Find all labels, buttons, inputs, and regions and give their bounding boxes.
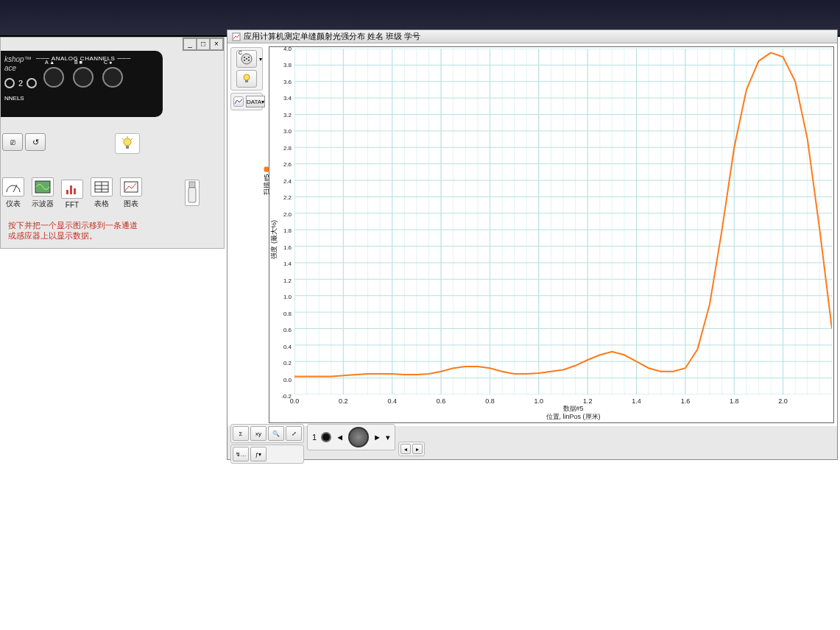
- table-icon: [91, 177, 113, 197]
- y-tick-label: 0.8: [283, 310, 292, 316]
- window-controls: _ □ ×: [183, 38, 224, 51]
- y-tick-label: 3.6: [283, 78, 292, 85]
- data-dropdown[interactable]: DATA▾: [246, 96, 265, 107]
- xy-cursor-button[interactable]: xy: [250, 426, 267, 441]
- port-b[interactable]: B ■: [73, 67, 93, 88]
- mid-toolbar: ⎚ ↺: [2, 133, 46, 151]
- interface-hardware: kshop™ ace ─── ANALOG CHANNELS ─── A ▲ B…: [1, 51, 163, 117]
- svg-rect-25: [245, 80, 248, 82]
- svg-rect-15: [189, 182, 195, 188]
- graph-left-toolbox: C ▾ DATA▾: [230, 47, 263, 110]
- mini-graph-button[interactable]: [233, 96, 244, 107]
- nav-channel-number: 1: [312, 433, 317, 442]
- nav-dropdown-icon[interactable]: ▾: [386, 433, 390, 442]
- scroll-left-button[interactable]: ◂: [400, 444, 411, 454]
- x-tick-label: 0.8: [485, 397, 495, 405]
- brand-sub-label: ace: [4, 64, 16, 72]
- light-sensor-icon[interactable]: [115, 133, 140, 154]
- y-tick-label: 1.4: [283, 261, 292, 267]
- minimize-button[interactable]: _: [183, 38, 197, 50]
- tool-select[interactable]: ⎚: [2, 133, 23, 151]
- svg-rect-7: [66, 190, 68, 194]
- display-table[interactable]: 表格: [91, 177, 113, 209]
- y-tick-label: 2.4: [283, 177, 292, 184]
- y-tick-label: 3.8: [283, 62, 292, 68]
- svg-line-3: [122, 138, 124, 140]
- graph-icon: [120, 177, 142, 197]
- port-c[interactable]: C ●: [102, 67, 123, 88]
- meter-icon: [2, 177, 24, 197]
- x-tick-label: 1.4: [632, 397, 641, 405]
- usb-connector-icon[interactable]: [185, 180, 200, 206]
- sensor-c-button[interactable]: C ▾: [236, 50, 257, 68]
- y-tick-label: 2.8: [283, 144, 292, 151]
- svg-rect-9: [74, 188, 76, 194]
- digital-port-1[interactable]: [4, 78, 15, 88]
- svg-rect-1: [126, 146, 129, 149]
- graph-window: 应用计算机测定单缝颜射光强分布 姓名 班级 学号 C ▾ DATA▾: [227, 29, 838, 460]
- x-axis-meta: 数据#5 位置, linPos (厘米): [546, 405, 601, 421]
- svg-point-24: [244, 74, 250, 80]
- x-tick-label: 0.2: [339, 397, 348, 405]
- y-tick-label: 2.0: [283, 210, 292, 217]
- y-tick-label: 0.6: [283, 327, 292, 333]
- zoom-button[interactable]: 🔍: [268, 426, 284, 441]
- graph-title-text: 应用计算机测定单缝颜射光强分布 姓名 班级 学号: [244, 31, 420, 42]
- graph-window-icon: [232, 32, 241, 41]
- y-tick-label: 1.0: [283, 294, 292, 300]
- x-tick-label: 2.0: [778, 397, 788, 405]
- svg-point-22: [248, 60, 250, 61]
- display-scope[interactable]: 示波器: [32, 177, 54, 209]
- analog-ports: A ▲ B ■ C ●: [43, 67, 123, 88]
- display-fft[interactable]: FFT: [61, 180, 83, 209]
- tool-arrow[interactable]: ↺: [25, 133, 46, 151]
- y-axis-series-row: 扫描#5: [262, 166, 272, 194]
- fit-button[interactable]: ↯…: [233, 447, 249, 461]
- light-bulb-button[interactable]: [236, 70, 257, 88]
- x-tick-label: 1.2: [583, 397, 593, 405]
- y-tick-label: 1.6: [283, 244, 292, 250]
- graph-titlebar[interactable]: 应用计算机测定单缝颜射光强分布 姓名 班级 学号: [227, 30, 837, 43]
- series-color-marker: [264, 166, 269, 171]
- y-tick-label: 2.2: [283, 194, 292, 201]
- x-tick-label: 0.4: [387, 397, 397, 405]
- nav-knob[interactable]: [348, 427, 369, 447]
- y-tick-label: 3.0: [283, 128, 292, 135]
- calc-button[interactable]: ƒ▾: [250, 447, 267, 461]
- scroll-right-button[interactable]: ▸: [412, 444, 423, 454]
- hint-text: 按下并把一个显示图示移到一条通道或感应器上以显示数据。: [8, 220, 141, 241]
- digital-port-2[interactable]: [27, 78, 37, 88]
- svg-rect-16: [188, 188, 196, 202]
- x-tick-label: 0.0: [290, 397, 300, 405]
- fft-icon: [61, 180, 83, 199]
- autoscale-button[interactable]: ⤢: [286, 426, 302, 441]
- stats-button[interactable]: Σ: [233, 426, 249, 441]
- nav-prev-icon[interactable]: ◄: [336, 433, 344, 442]
- x-tick-label: 1.6: [681, 397, 691, 405]
- digital-port-num: 2: [18, 79, 23, 88]
- nav-next-icon[interactable]: ►: [373, 433, 381, 442]
- scope-icon: [32, 177, 54, 197]
- displays-palette: 仪表 示波器 FFT 表格 图表: [2, 177, 142, 209]
- svg-line-4: [131, 138, 133, 140]
- channels-suffix-label: NNELS: [4, 95, 24, 102]
- display-graph[interactable]: 图表: [120, 177, 142, 209]
- y-tick-label: 0.2: [283, 360, 292, 367]
- close-button[interactable]: ×: [210, 38, 223, 50]
- y-axis-ticks: -0.20.00.20.40.60.81.01.21.41.61.82.02.2…: [280, 49, 293, 396]
- x-tick-label: 1.8: [730, 397, 739, 405]
- brand-label: kshop™: [4, 55, 32, 63]
- svg-point-23: [246, 58, 247, 60]
- y-series-label: 扫描#5: [263, 174, 270, 194]
- bulb-icon: [121, 136, 134, 151]
- maximize-button[interactable]: □: [197, 38, 210, 50]
- graph-bottom-toolbar: Σ xy 🔍 ⤢ ↯… ƒ▾ 1 ◄ ► ▾ ◂ ▸: [230, 424, 425, 456]
- y-tick-label: 4.0: [283, 46, 292, 52]
- digital-channels: 2: [4, 78, 37, 88]
- chart-area[interactable]: -0.20.00.20.40.60.81.01.21.41.61.82.02.2…: [269, 46, 834, 423]
- y-tick-label: 3.4: [283, 95, 292, 102]
- plot-svg: [294, 49, 832, 394]
- y-tick-label: 2.6: [283, 161, 292, 168]
- display-meter[interactable]: 仪表: [2, 177, 24, 209]
- port-a[interactable]: A ▲: [43, 67, 64, 88]
